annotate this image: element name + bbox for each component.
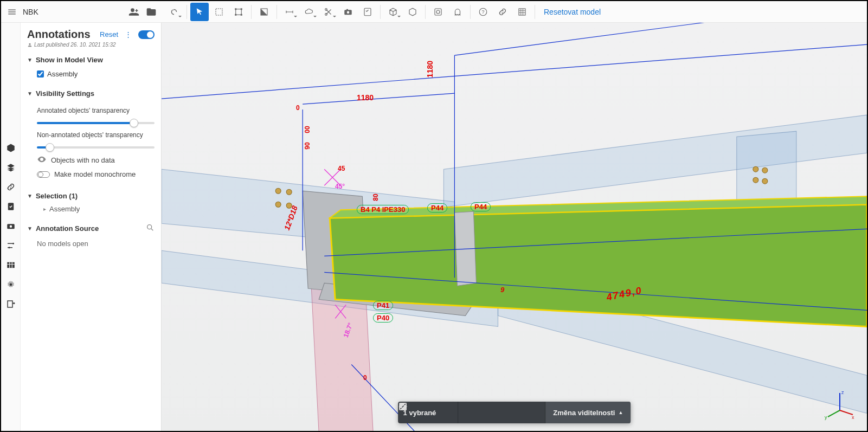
rail-layers-icon[interactable] [5,162,17,173]
link-small-icon[interactable] [464,407,474,418]
svg-rect-23 [7,262,15,268]
caret-right-icon: ▸ [43,206,46,212]
paint-icon[interactable] [496,407,507,418]
svg-point-46 [762,178,768,184]
transform-icon[interactable] [229,3,248,21]
rail-camera-icon[interactable] [5,220,17,232]
non-annotated-transparency-label: Non-annotated objects' transparency [37,131,155,139]
svg-point-37 [275,202,281,207]
svg-line-57 [162,44,867,99]
hide-icon[interactable] [512,407,523,418]
selection-assembly-node[interactable]: ▸ Assembly [37,204,155,214]
render-mode-icon[interactable] [429,3,447,21]
section-visibility-settings[interactable]: ▼ Visibility Settings [27,88,155,99]
rail-gear-icon[interactable] [5,279,17,291]
rail-table-icon[interactable] [5,259,17,271]
svg-rect-0 [216,9,222,15]
app-header-left: NBK [1,1,162,23]
section-show-in-model-view[interactable]: ▼ Show in Model View [27,54,155,66]
section-annotation-source[interactable]: ▼ Annotation Source [27,222,155,235]
isolate-icon[interactable] [529,407,539,418]
info-icon[interactable]: i [441,407,452,418]
svg-rect-2 [235,8,236,10]
svg-point-44 [762,167,768,173]
rail-cube-icon[interactable] [5,142,17,154]
panel-toggle[interactable] [138,30,155,39]
rail-link-icon[interactable] [5,181,17,193]
project-name: NBK [23,8,124,16]
model-viewport[interactable]: 1180 1180 4749,0 12*D18 B4 P4 IPE330 P44… [162,23,867,431]
focus-icon[interactable] [480,407,491,418]
undo-icon[interactable] [165,3,183,21]
monochrome-row[interactable]: Make model monochrome [37,170,155,178]
svg-rect-4 [235,14,236,15]
panel-menu-icon[interactable]: ⋮ [123,30,134,38]
svg-point-45 [753,177,758,183]
axis-x: x [852,415,854,420]
annotations-panel: Annotations Reset ⋮ Last published 26. 1… [21,23,162,431]
svg-line-56 [454,23,867,55]
marquee-select-icon[interactable] [210,3,228,21]
svg-line-69 [828,410,840,417]
svg-point-36 [286,189,292,195]
eye-icon [37,154,47,166]
caret-down-icon: ▼ [27,91,33,96]
visibility-change-button[interactable]: Změna viditelnosti ▲ [545,402,631,423]
search-icon[interactable] [146,223,155,234]
selection-statusbar: 1 vybrané i Změna viditelnosti ▲ [398,402,631,423]
checklist-icon[interactable] [358,3,377,21]
grid-icon[interactable] [513,3,531,21]
axis-gizmo[interactable]: z y x [824,389,856,421]
svg-marker-30 [443,115,867,207]
add-user-icon[interactable] [128,6,140,18]
caret-down-icon: ▼ [27,225,33,231]
cut-icon[interactable] [319,3,338,21]
cube-outline-icon[interactable] [403,3,422,21]
cloud-markup-icon[interactable] [300,3,318,21]
objects-no-data-row[interactable]: Objects with no data [37,154,155,166]
svg-point-22 [8,247,10,248]
left-rail [1,23,21,431]
link-icon[interactable] [493,3,512,21]
camera-icon[interactable] [339,3,357,21]
no-models-open-label: No models open [37,237,155,248]
measure-icon[interactable] [280,3,299,21]
svg-rect-25 [8,301,12,307]
annotated-transparency-label: Annotated objects' transparency [37,107,155,114]
svg-line-70 [840,410,853,415]
pointer-tool-icon[interactable] [190,3,209,21]
svg-rect-5 [241,14,242,15]
svg-point-26 [147,225,152,229]
svg-rect-13 [435,9,441,15]
caret-down-icon: ▼ [27,57,33,63]
svg-rect-3 [241,8,242,10]
selected-count-label: 1 vybrané [403,409,436,417]
rail-clipboard-check-icon[interactable] [5,201,17,212]
svg-rect-17 [519,9,525,15]
main-toolbar: ? Resetovat model [162,1,867,23]
ghost-icon[interactable] [448,3,467,21]
folder-icon[interactable] [145,6,157,18]
svg-point-67 [401,405,404,408]
svg-rect-66 [400,403,406,410]
cube-icon[interactable] [384,3,402,21]
reset-model-button[interactable]: Resetovat model [544,8,601,16]
svg-rect-12 [364,8,371,16]
non-annotated-transparency-slider[interactable] [37,146,155,149]
svg-point-14 [436,10,440,14]
panel-reset-button[interactable]: Reset [100,30,118,38]
hamburger-menu-icon[interactable] [5,5,18,18]
svg-point-21 [12,243,14,244]
contrast-icon[interactable] [255,3,273,21]
caret-down-icon: ▼ [27,193,33,199]
section-selection[interactable]: ▼ Selection (1) [27,190,155,202]
svg-text:?: ? [481,9,484,15]
help-icon[interactable]: ? [474,3,492,21]
svg-point-43 [753,166,758,172]
assembly-checkbox[interactable]: Assembly [37,70,155,78]
monochrome-toggle[interactable] [37,171,50,178]
rail-expand-icon[interactable] [5,298,17,310]
rail-sliders-icon[interactable] [5,240,17,252]
annotated-transparency-slider[interactable] [37,122,155,124]
axis-y: y [825,415,827,420]
